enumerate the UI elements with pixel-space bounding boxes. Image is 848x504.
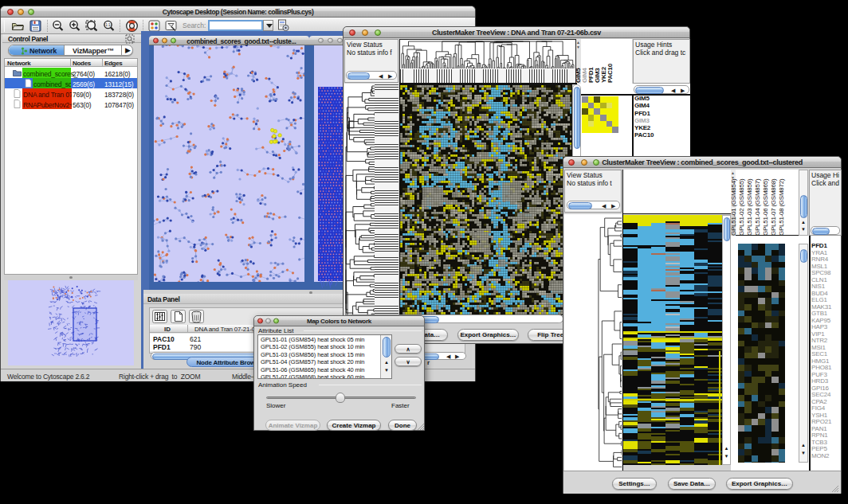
svg-text:1:1: 1:1 [105,23,111,27]
